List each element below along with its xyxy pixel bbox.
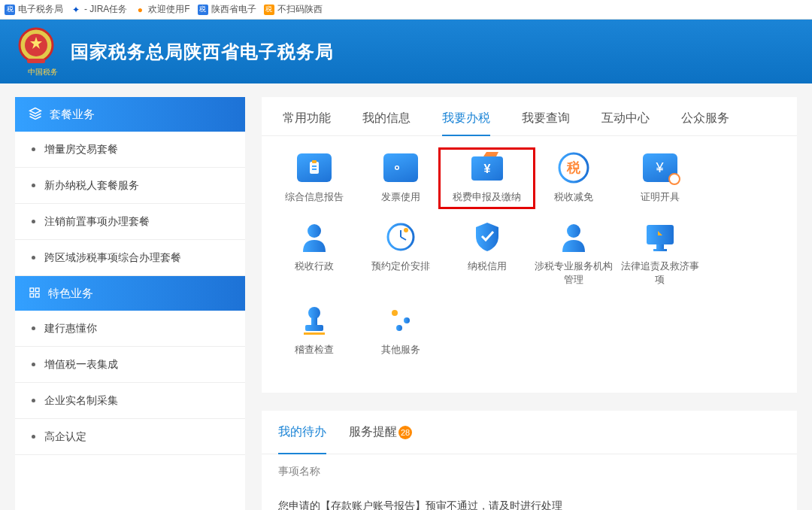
- svg-point-15: [395, 167, 398, 169]
- favicon-icon: 税: [264, 5, 274, 15]
- service-label: 涉税专业服务机构管理: [530, 260, 617, 287]
- sidebar-item-label: 建行惠懂你: [44, 322, 97, 335]
- svg-rect-28: [653, 249, 667, 251]
- sidebar-item-label: 新办纳税人套餐服务: [44, 179, 139, 193]
- svg-line-24: [401, 237, 406, 240]
- main-tab[interactable]: 我要办税: [442, 111, 490, 135]
- main-tab[interactable]: 我的信息: [362, 111, 411, 135]
- sidebar-item-label: 增值税一表集成: [44, 358, 118, 372]
- sidebar-item-label: 高企认定: [44, 430, 86, 444]
- favicon-icon: ●: [135, 5, 145, 15]
- service-tile-credit[interactable]: 纳税信用: [444, 222, 530, 287]
- svg-rect-30: [311, 317, 317, 325]
- svg-rect-7: [35, 293, 39, 297]
- main-content: 常用功能我的信息我要办税我要查询互动中心公众服务 综合信息报告发票使用 ¥税费申…: [262, 97, 797, 510]
- browser-tab-label: 不扫码陕西: [277, 3, 323, 16]
- svg-text:¥: ¥: [483, 162, 490, 175]
- grid-icon: [29, 287, 41, 301]
- favicon-icon: 税: [5, 5, 15, 15]
- main-tab[interactable]: 我要查询: [522, 111, 570, 135]
- svg-point-22: [404, 228, 408, 232]
- person-icon: [556, 222, 591, 252]
- ticket-icon: [383, 153, 418, 183]
- favicon-icon: ✦: [71, 5, 81, 15]
- bullet-icon: [32, 399, 35, 402]
- sliders-icon: [383, 305, 418, 335]
- national-emblem-icon: 中国税务: [15, 26, 71, 77]
- todo-tabs: 我的待办服务提醒28: [262, 424, 797, 454]
- service-label: 税费申报及缴纳: [444, 190, 530, 204]
- sidebar-item[interactable]: 跨区域涉税事项综合办理套餐: [15, 240, 245, 276]
- sidebar-item[interactable]: 注销前置事项办理套餐: [15, 204, 245, 240]
- service-tile-invoice[interactable]: 发票使用: [357, 153, 444, 204]
- sidebar-item-label: 增量房交易套餐: [44, 143, 118, 156]
- service-tile-legal[interactable]: 法律追责及救济事项: [617, 222, 703, 287]
- browser-tab[interactable]: 税不扫码陕西: [264, 3, 323, 16]
- svg-marker-4: [30, 108, 41, 114]
- todo-tab[interactable]: 服务提醒28: [349, 424, 412, 445]
- sidebar-item[interactable]: 增值税一表集成: [15, 347, 245, 383]
- main-tab[interactable]: 互动中心: [601, 111, 650, 135]
- sidebar-section-header[interactable]: 套餐业务: [15, 97, 245, 132]
- favicon-icon: 税: [198, 5, 208, 15]
- todo-row[interactable]: 您申请的【存款账户账号报告】预审不通过，请及时进行处理: [262, 486, 797, 510]
- service-tile-agency[interactable]: 涉税专业服务机构管理: [530, 222, 617, 287]
- sidebar-header-label: 套餐业务: [50, 108, 95, 122]
- svg-rect-6: [35, 288, 39, 292]
- sidebar-header-label: 特色业务: [48, 287, 93, 301]
- todo-tab-label: 服务提醒: [349, 425, 397, 438]
- browser-tab[interactable]: 税陕西省电子: [198, 3, 256, 16]
- monitor-icon: [643, 222, 677, 252]
- browser-tab[interactable]: 税电子税务局: [5, 3, 63, 16]
- svg-rect-5: [30, 288, 34, 292]
- svg-point-25: [567, 224, 580, 238]
- person-icon: [297, 222, 332, 252]
- service-label: 其他服务: [357, 343, 444, 357]
- svg-rect-31: [305, 325, 323, 331]
- sidebar-item[interactable]: 建行惠懂你: [15, 311, 245, 347]
- bullet-icon: [32, 435, 35, 439]
- service-tile-audit[interactable]: 稽查检查: [271, 305, 357, 357]
- browser-tab-label: - JIRA任务: [84, 3, 127, 16]
- svg-text:税: 税: [566, 160, 581, 175]
- sidebar-item[interactable]: 增量房交易套餐: [15, 132, 245, 168]
- service-grid: 综合信息报告发票使用 ¥税费申报及缴纳税税收减免¥证明开具税收行政预约定价安排纳…: [262, 136, 797, 375]
- svg-rect-8: [30, 293, 34, 297]
- browser-tab[interactable]: ●欢迎使用F: [135, 3, 189, 16]
- sidebar-section-header[interactable]: 特色业务: [15, 276, 245, 311]
- main-tab[interactable]: 公众服务: [681, 111, 729, 135]
- service-label: 稽查检查: [271, 343, 357, 357]
- service-tile-reduce[interactable]: 税税收减免: [530, 153, 617, 204]
- browser-tab-label: 电子税务局: [18, 3, 63, 16]
- main-tabs: 常用功能我的信息我要办税我要查询互动中心公众服务: [262, 97, 797, 136]
- bullet-icon: [32, 184, 35, 187]
- clock-icon: [383, 222, 418, 252]
- browser-tab[interactable]: ✦- JIRA任务: [71, 3, 127, 16]
- svg-rect-9: [310, 162, 319, 174]
- service-tile-cert[interactable]: ¥证明开具: [617, 153, 703, 204]
- sidebar: 套餐业务增量房交易套餐新办纳税人套餐服务注销前置事项办理套餐跨区域涉税事项综合办…: [15, 97, 245, 510]
- service-label: 税收减免: [530, 190, 617, 204]
- service-label: 预约定价安排: [357, 260, 444, 273]
- sidebar-item[interactable]: 企业实名制采集: [15, 383, 245, 419]
- tax-circle-icon: 税: [556, 153, 591, 183]
- bullet-icon: [32, 326, 35, 330]
- todo-tab[interactable]: 我的待办: [278, 424, 326, 445]
- emblem-label: 中国税务: [15, 67, 71, 77]
- svg-rect-27: [656, 244, 664, 249]
- main-tab[interactable]: 常用功能: [283, 111, 331, 135]
- services-panel: 常用功能我的信息我要办税我要查询互动中心公众服务 综合信息报告发票使用 ¥税费申…: [262, 97, 797, 393]
- service-label: 发票使用: [357, 190, 444, 204]
- todo-tab-label: 我的待办: [278, 425, 326, 438]
- sidebar-item-label: 跨区域涉税事项综合办理套餐: [44, 251, 181, 265]
- service-tile-other[interactable]: 其他服务: [357, 305, 444, 357]
- service-tile-pricing[interactable]: 预约定价安排: [357, 222, 444, 287]
- stamp-doc-icon: ¥: [643, 153, 677, 183]
- sidebar-item[interactable]: 新办纳税人套餐服务: [15, 168, 245, 204]
- service-label: 综合信息报告: [271, 190, 357, 204]
- bullet-icon: [32, 363, 35, 366]
- service-tile-admin[interactable]: 税收行政: [271, 222, 357, 287]
- sidebar-item[interactable]: 高企认定: [15, 419, 245, 455]
- service-tile-report[interactable]: 综合信息报告: [271, 153, 357, 204]
- service-tile-taxpay[interactable]: ¥税费申报及缴纳: [444, 153, 530, 204]
